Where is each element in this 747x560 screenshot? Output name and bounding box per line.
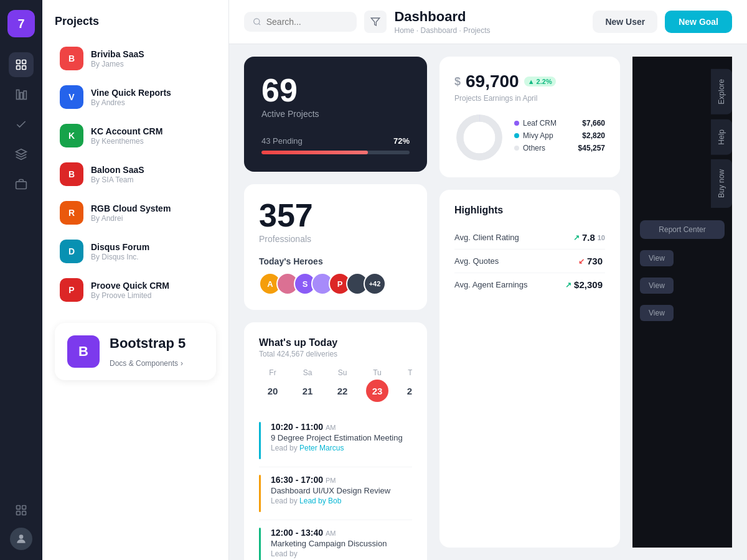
explore-button[interactable]: Explore [711, 69, 732, 114]
whatsup-card: What's up Today Total 424,567 deliveries… [244, 322, 427, 560]
calendar-day[interactable]: Tu 24 [398, 368, 412, 402]
sidebar-item-briefcase[interactable] [9, 172, 34, 197]
new-user-button[interactable]: New User [593, 11, 657, 33]
event-bar [259, 422, 261, 459]
svg-marker-7 [16, 149, 27, 154]
sidebar-item-layers[interactable] [9, 142, 34, 167]
highlight-value: ↗ $2,309 [565, 279, 605, 290]
projects-heading: Projects [55, 15, 216, 28]
pending-row: 43 Pending 72% [261, 136, 410, 146]
view-button-3[interactable]: View [640, 305, 674, 321]
highlight-label: Avg. Quotes [454, 256, 499, 266]
event-time: 12:00 - 13:40 AM [271, 528, 387, 538]
filter-button[interactable] [364, 11, 387, 33]
legend-value: $7,660 [582, 119, 605, 128]
legend-dot [514, 121, 519, 126]
event-name: 9 Degree Project Estimation Meeting [271, 433, 403, 442]
calendar-day[interactable]: Sa 21 [294, 368, 321, 402]
help-button[interactable]: Help [711, 119, 732, 155]
cal-day-name: Fr [269, 368, 276, 377]
svg-rect-3 [22, 66, 26, 70]
legend-dot [514, 133, 519, 138]
main-column: 69 Active Projects 43 Pending 72% 357 Pr… [244, 57, 427, 548]
events-list: 10:20 - 11:00 AM 9 Degree Project Estima… [259, 414, 412, 560]
bootstrap-docs-link[interactable]: Docs & Components › [110, 359, 186, 368]
project-logo: R [60, 201, 83, 225]
new-goal-button[interactable]: New Goal [665, 11, 732, 33]
sidebar-profile-avatar[interactable] [10, 528, 32, 550]
event-time: 10:20 - 11:00 AM [271, 422, 403, 432]
project-name: RGB Cloud System [91, 203, 171, 213]
project-item[interactable]: K KC Account CRM By Keenthemes [55, 118, 216, 154]
svg-marker-16 [372, 18, 380, 26]
project-item[interactable]: V Vine Quick Reports By Andres [55, 79, 216, 115]
projects-list: B Briviba SaaS By James V Vine Quick Rep… [55, 40, 216, 308]
project-logo: V [60, 85, 83, 109]
cal-day-name: Su [338, 368, 347, 377]
donut-legend: Leaf CRM $7,660 Mivy App $2,820 Others $… [514, 119, 605, 156]
bootstrap-label: Bootstrap 5 [110, 335, 186, 352]
topbar: Dashboard Home · Dashboard · Projects Ne… [229, 0, 747, 44]
sidebar-item-dashboard[interactable] [9, 52, 34, 77]
project-logo: K [60, 124, 83, 147]
project-author: By Keenthemes [91, 137, 162, 146]
project-item[interactable]: R RGB Cloud System By Andrei [55, 195, 216, 231]
cal-day-number: 20 [261, 380, 284, 402]
donut-chart [454, 113, 504, 162]
project-item[interactable]: P Proove Quick CRM By Proove Limited [55, 272, 216, 308]
event-lead-link[interactable]: Lead by Bob [299, 497, 341, 505]
highlight-value: ↗ 7.8 10 [573, 232, 605, 243]
event-item: 16:30 - 17:00 PM Dashboard UI/UX Design … [259, 467, 412, 520]
project-author: By Proove Limited [91, 291, 169, 300]
projects-panel: Projects B Briviba SaaS By James V Vine … [42, 0, 229, 560]
svg-rect-9 [17, 506, 21, 510]
view-button-1[interactable]: View [640, 250, 674, 266]
sidebar-item-settings[interactable] [9, 498, 34, 523]
sidebar-item-analytics[interactable] [9, 82, 34, 107]
sidebar-user-avatar[interactable]: 7 [7, 10, 35, 37]
project-logo: B [60, 47, 83, 70]
calendar-day[interactable]: Su 22 [329, 368, 356, 402]
event-bar [259, 475, 261, 512]
breadcrumb: Home · Dashboard · Projects [394, 26, 585, 35]
legend-value: $45,257 [578, 144, 605, 152]
event-bar [259, 528, 261, 560]
donut-row: Leaf CRM $7,660 Mivy App $2,820 Others $… [454, 113, 605, 162]
earnings-card: $ 69,700 ▲ 2.2% Projects Earnings in Apr… [439, 57, 620, 177]
project-logo: P [60, 278, 83, 302]
calendar-day[interactable]: Tu 23 [364, 368, 391, 402]
calendar-day[interactable]: Fr 20 [259, 368, 286, 402]
highlight-row: Avg. Agent Earnings ↗ $2,309 [454, 273, 605, 296]
legend-item: Mivy App $2,820 [514, 131, 605, 140]
svg-rect-10 [22, 506, 26, 510]
legend-label: Others [514, 144, 545, 152]
project-info: Baloon SaaS By SIA Team [91, 165, 144, 184]
project-name: Briviba SaaS [91, 49, 144, 59]
report-center-button[interactable]: Report Center [640, 220, 725, 239]
project-item[interactable]: B Baloon SaaS By SIA Team [55, 156, 216, 192]
project-item[interactable]: B Briviba SaaS By James [55, 40, 216, 77]
buy-now-button[interactable]: Buy now [711, 159, 732, 208]
event-details: 16:30 - 17:00 PM Dashboard UI/UX Design … [271, 475, 390, 512]
project-info: RGB Cloud System By Andrei [91, 203, 171, 223]
sidebar-item-tasks[interactable] [9, 112, 34, 137]
project-name: Proove Quick CRM [91, 281, 169, 291]
event-lead: Lead by Peter Marcus [271, 444, 403, 452]
event-time: 16:30 - 17:00 PM [271, 475, 390, 485]
search-input[interactable] [266, 17, 349, 27]
heroes-avatars: ASP+42 [259, 273, 412, 295]
project-info: Vine Quick Reports By Andres [91, 88, 171, 107]
earnings-badge: ▲ 2.2% [524, 77, 556, 86]
professionals-label: Professionals [259, 234, 412, 244]
highlight-value: ↙ 730 [578, 256, 605, 266]
highlight-row: Avg. Quotes ↙ 730 [454, 250, 605, 273]
svg-rect-0 [17, 60, 21, 64]
project-item[interactable]: D Disqus Forum By Disqus Inc. [55, 233, 216, 269]
event-lead-link[interactable]: Peter Marcus [299, 444, 344, 452]
pending-percent: 72% [393, 136, 410, 146]
cal-day-number: 23 [366, 380, 388, 402]
project-info: Proove Quick CRM By Proove Limited [91, 281, 169, 300]
search-bar[interactable] [244, 12, 357, 32]
cal-day-name: Tu [373, 368, 382, 377]
view-button-2[interactable]: View [640, 278, 674, 294]
